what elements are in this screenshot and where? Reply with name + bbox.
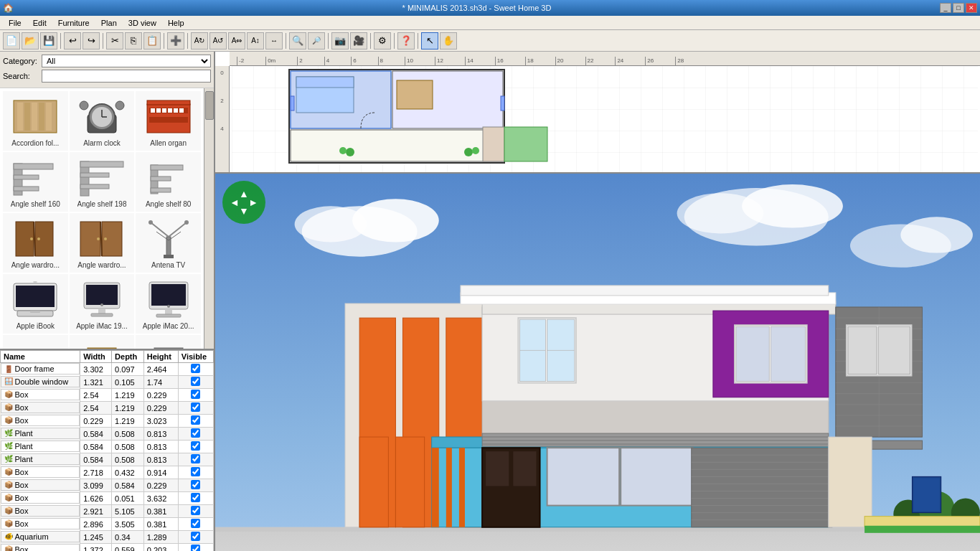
table-row[interactable]: 📦Box1.6260.0513.632: [1, 492, 214, 505]
pan-tool[interactable]: ✋: [440, 32, 457, 50]
table-row[interactable]: 🌿Plant0.5840.5080.813: [1, 428, 214, 441]
catalog-item-accordion[interactable]: Accordion fol...: [3, 91, 68, 151]
select-tool[interactable]: ↖: [421, 32, 438, 50]
catalog-scrollbar[interactable]: [204, 88, 214, 349]
menu-furniture[interactable]: Furniture: [52, 17, 95, 29]
save-button[interactable]: 💾: [40, 32, 57, 50]
visibility-checkbox[interactable]: [191, 506, 200, 515]
screenshot-button[interactable]: 📷: [331, 32, 349, 50]
menu-plan[interactable]: Plan: [95, 17, 123, 29]
table-row[interactable]: 🚪Door frame3.3020.0972.464: [1, 363, 214, 376]
table-row[interactable]: 📦Box0.2291.2193.023: [1, 415, 214, 428]
table-row[interactable]: 📦Box2.9215.1050.381: [1, 505, 214, 518]
scrollbar-thumb[interactable]: [205, 91, 214, 120]
table-row[interactable]: 📦Box2.7180.4320.914: [1, 466, 214, 479]
table-row[interactable]: 🌿Plant0.5840.5080.813: [1, 441, 214, 453]
catalog-item-extra1[interactable]: ...: [70, 335, 135, 349]
visibility-checkbox[interactable]: [191, 402, 200, 412]
row-visible-cell[interactable]: [178, 505, 213, 518]
catalog-item-angle-wardrobe1[interactable]: Angle wardro...: [3, 213, 68, 273]
rotate-left-button[interactable]: A↻: [191, 32, 208, 50]
row-visible-cell[interactable]: [178, 453, 213, 466]
video-button[interactable]: 🎥: [350, 32, 367, 50]
row-visible-cell[interactable]: [178, 363, 213, 376]
nav-right[interactable]: ►: [248, 197, 258, 208]
table-row[interactable]: 🌿Plant0.5840.5080.813: [1, 453, 214, 466]
visibility-checkbox[interactable]: [191, 428, 200, 438]
visibility-checkbox[interactable]: [191, 532, 200, 541]
catalog-item-angle-wardrobe2[interactable]: Angle wardro...: [70, 213, 135, 273]
menu-3dview[interactable]: 3D view: [123, 17, 162, 29]
menu-edit[interactable]: Edit: [27, 17, 52, 29]
row-visible-cell[interactable]: [178, 428, 213, 441]
navigation-control[interactable]: ▲ ▼ ◄ ►: [222, 181, 265, 224]
paste-button[interactable]: 📋: [143, 32, 161, 50]
row-visible-cell[interactable]: [178, 518, 213, 531]
menu-file[interactable]: File: [3, 17, 27, 29]
row-visible-cell[interactable]: [178, 415, 213, 428]
maximize-button[interactable]: □: [953, 3, 964, 13]
view-3d[interactable]: ▲ ▼ ◄ ►: [215, 174, 980, 551]
mirror-v-button[interactable]: A↕: [247, 32, 264, 50]
undo-button[interactable]: ↩: [64, 32, 81, 50]
catalog-item-apple-imac20[interactable]: Apple iMac 20...: [136, 274, 201, 334]
catalog-item-allen-organ[interactable]: Allen organ: [136, 91, 201, 151]
menu-help[interactable]: Help: [162, 17, 190, 29]
resize-button[interactable]: ↔: [265, 32, 283, 50]
row-visible-cell[interactable]: [178, 531, 213, 544]
catalog-item-antenna[interactable]: Antena TV: [136, 213, 201, 273]
copy-button[interactable]: ⎘: [125, 32, 142, 50]
redo-button[interactable]: ↪: [83, 32, 100, 50]
table-row[interactable]: 📦Box1.3720.5590.203: [1, 544, 214, 552]
catalog-item-apple-imac19[interactable]: Apple iMac 19...: [70, 274, 135, 334]
row-visible-cell[interactable]: [178, 466, 213, 479]
row-visible-cell[interactable]: [178, 389, 213, 402]
zoom-out-button[interactable]: 🔎: [308, 32, 325, 50]
mirror-h-button[interactable]: A⇔: [228, 32, 245, 50]
row-visible-cell[interactable]: [178, 492, 213, 505]
plan-canvas[interactable]: [230, 66, 980, 172]
view-2d[interactable]: -2 0m 2 4 6 8 10 12 14 16 18 20 22 24 26…: [215, 52, 980, 174]
visibility-checkbox[interactable]: [191, 441, 200, 451]
catalog-item-apple-ibook[interactable]: Apple iBook: [3, 274, 68, 334]
visibility-checkbox[interactable]: [191, 480, 200, 489]
search-input[interactable]: [42, 70, 211, 83]
minimize-button[interactable]: _: [940, 3, 951, 13]
table-row[interactable]: 📦Box3.0990.5840.229: [1, 479, 214, 492]
open-button[interactable]: 📂: [22, 32, 39, 50]
table-row[interactable]: 📦Box2.541.2190.229: [1, 402, 214, 415]
visibility-checkbox[interactable]: [191, 390, 200, 399]
catalog-item-extra2[interactable]: ...: [136, 335, 201, 349]
row-visible-cell[interactable]: [178, 376, 213, 389]
visibility-checkbox[interactable]: [191, 493, 200, 502]
close-button[interactable]: ✕: [966, 3, 977, 13]
help-button[interactable]: ❓: [397, 32, 415, 50]
table-row[interactable]: 🐠Aquarium1.2450.341.289: [1, 531, 214, 544]
visibility-checkbox[interactable]: [191, 467, 200, 476]
visibility-checkbox[interactable]: [191, 364, 200, 373]
visibility-checkbox[interactable]: [191, 415, 200, 425]
catalog-item-fruit-bowl[interactable]: ...: [3, 335, 68, 349]
row-visible-cell[interactable]: [178, 402, 213, 415]
props-table-container[interactable]: Name Width Depth Height Visible 🚪Door fr…: [0, 350, 214, 551]
visibility-checkbox[interactable]: [191, 519, 200, 528]
row-visible-cell[interactable]: [178, 544, 213, 552]
nav-left[interactable]: ◄: [230, 197, 240, 208]
nav-down[interactable]: ▼: [239, 205, 249, 217]
add-furniture-button[interactable]: ➕: [167, 32, 184, 50]
rotate-right-button[interactable]: A↺: [209, 32, 227, 50]
visibility-checkbox[interactable]: [191, 454, 200, 463]
catalog-item-angle-shelf-160[interactable]: Angle shelf 160: [3, 152, 68, 212]
category-select[interactable]: All: [42, 55, 211, 67]
zoom-in-button[interactable]: 🔍: [289, 32, 306, 50]
preferences-button[interactable]: ⚙: [374, 32, 391, 50]
catalog-item-alarm-clock[interactable]: Alarm clock: [70, 91, 135, 151]
table-row[interactable]: 📦Box2.8963.5050.381: [1, 518, 214, 531]
row-visible-cell[interactable]: [178, 479, 213, 492]
new-button[interactable]: 📄: [3, 32, 20, 50]
table-row[interactable]: 📦Box2.541.2190.229: [1, 389, 214, 402]
catalog-item-angle-shelf-198[interactable]: Angle shelf 198: [70, 152, 135, 212]
table-row[interactable]: 🪟Double window1.3210.1051.74: [1, 376, 214, 389]
visibility-checkbox[interactable]: [191, 377, 200, 386]
catalog-item-angle-shelf-80[interactable]: Angle shelf 80: [136, 152, 201, 212]
